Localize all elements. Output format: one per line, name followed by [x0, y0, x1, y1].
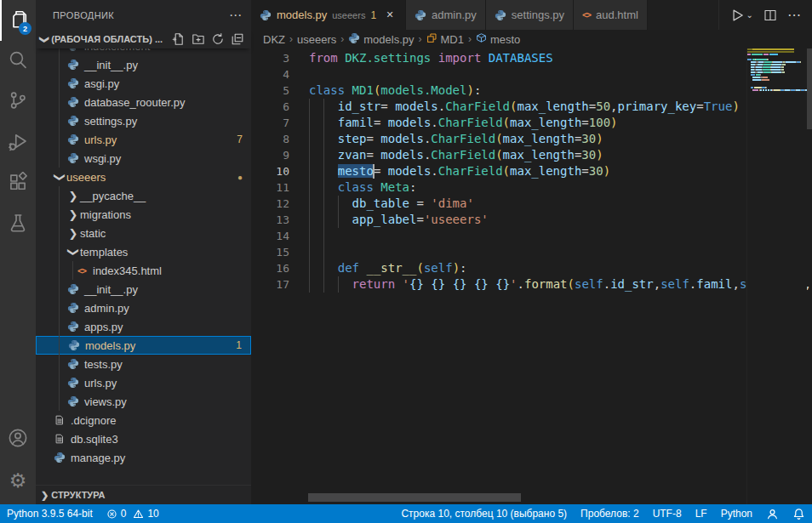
tab-aud.html[interactable]: <>aud.html — [574, 0, 648, 30]
status-cursor-position[interactable]: Строка 10, столбец 10 (выбрано 5) — [394, 504, 574, 523]
breadcrumb-item-useeers[interactable]: useeers — [297, 33, 336, 46]
activity-bar-item-explorer[interactable]: 2 — [0, 0, 36, 41]
horizontal-scrollbar[interactable] — [308, 493, 521, 502]
python-icon — [66, 77, 80, 90]
vertical-scrollbar[interactable] — [807, 48, 812, 129]
workspace-section-header[interactable]: ❯ (РАБОЧАЯ ОБЛАСТЬ) ... — [36, 30, 251, 48]
tree-folder-useeers[interactable]: ❯useeers● — [36, 168, 251, 186]
sidebar-title-row: ПРОВОДНИК ⋯ — [36, 0, 251, 30]
tree-indent-guide — [59, 48, 60, 168]
code-line: 14 — [251, 228, 747, 244]
breadcrumb-item-DKZ[interactable]: DKZ — [263, 33, 285, 46]
more-actions[interactable]: ⋯ — [787, 7, 802, 23]
breadcrumb-item-MD1[interactable]: MD1 — [426, 32, 464, 46]
tree-folder-__pycache__[interactable]: ❯__pycache__ — [36, 186, 251, 205]
tree-file-db.sqlite3[interactable]: db.sqlite3 — [36, 429, 251, 448]
html-icon: <> — [582, 10, 591, 20]
tree-item-label: settings.py — [84, 115, 137, 128]
tree-file-asgi.py[interactable]: asgi.py — [36, 74, 251, 93]
status-problems[interactable]: 010 — [100, 504, 166, 523]
activity-bar-item-settings[interactable]: ⚙ — [0, 460, 36, 501]
tree-folder-templates[interactable]: ❯templates — [36, 242, 251, 261]
line-number: 16 — [251, 260, 289, 276]
code-text: famil= models.CharField(max_length=100) — [309, 115, 618, 131]
code-line: 15 — [251, 244, 747, 260]
minimap[interactable] — [746, 48, 807, 504]
tree-file-__init__.py[interactable]: __init__.py — [36, 55, 251, 74]
code-editor[interactable]: 3from DKZ.settings import DATABASES45cla… — [251, 48, 812, 504]
status-notifications[interactable] — [786, 504, 812, 523]
indent-guide — [323, 228, 324, 244]
outline-section-header[interactable]: ❯ СТРУКТУРА — [36, 485, 251, 504]
line-number: 13 — [251, 212, 289, 228]
code-line: 13 app_label='useeers' — [251, 212, 747, 228]
error-count: 0 — [121, 508, 127, 520]
status-label: LF — [695, 508, 707, 520]
tree-file-wsgi.py[interactable]: wsgi.py — [36, 149, 251, 168]
views-more-actions-icon[interactable]: ⋯ — [229, 8, 243, 23]
tree-file-__init__.py[interactable]: __init__.py — [36, 280, 251, 298]
chevron-right-icon: › — [468, 33, 472, 45]
tree-file-urls.py[interactable]: urls.py7 — [36, 130, 251, 149]
python-icon — [260, 9, 272, 21]
run-python-file[interactable]: ⌄ — [729, 8, 753, 23]
status-python-interpreter[interactable]: Python 3.9.5 64-bit — [0, 504, 100, 523]
activity-bar-item-source-control[interactable] — [0, 82, 36, 122]
close-icon[interactable]: ✕ — [383, 9, 397, 22]
tree-item-label: templates — [80, 246, 128, 259]
git-modified-dot-icon: ● — [237, 173, 243, 182]
code-text: from DKZ.settings import DATABASES — [309, 50, 553, 66]
status-indentation[interactable]: Пробелов: 2 — [574, 504, 646, 523]
activity-bar-item-run-and-debug[interactable] — [0, 122, 36, 163]
tree-file-settings.py[interactable]: settings.py — [36, 111, 251, 130]
tree-file-indexelement[interactable]: indexelement — [36, 48, 251, 55]
breadcrumb-label: DKZ — [263, 33, 285, 46]
python-icon — [66, 48, 80, 53]
new-folder-icon[interactable] — [192, 32, 205, 46]
tree-file-manage.py[interactable]: manage.py — [36, 448, 251, 467]
tree-file-.dcignore[interactable]: .dcignore — [36, 411, 251, 429]
tab-models.py[interactable]: models.pyuseeers1✕ — [251, 0, 406, 30]
code-line: 3from DKZ.settings import DATABASES — [251, 50, 747, 66]
new-file-icon[interactable] — [172, 32, 186, 46]
chevron-right-icon: › — [419, 33, 422, 45]
problems-count-badge: 1 — [236, 339, 242, 351]
activity-bar-item-accounts[interactable] — [0, 419, 36, 460]
tree-file-models.py[interactable]: models.py1 — [36, 336, 251, 355]
tree-file-urls.py[interactable]: urls.py — [36, 373, 251, 392]
status-eol[interactable]: LF — [689, 504, 714, 523]
collapse-all-icon[interactable] — [231, 32, 244, 46]
status-bar: Python 3.9.5 64-bit010Строка 10, столбец… — [0, 504, 812, 523]
tab-problems-badge: 1 — [370, 9, 376, 21]
status-feedback[interactable] — [759, 504, 786, 523]
status-encoding[interactable]: UTF-8 — [646, 504, 689, 523]
tree-file-index345.html[interactable]: <>index345.html — [36, 261, 251, 280]
tree-file-views.py[interactable]: views.py — [36, 392, 251, 411]
split-editor[interactable] — [763, 9, 777, 22]
outline-section-label: СТРУКТУРА — [51, 490, 105, 500]
activity-bar-item-extensions[interactable] — [0, 163, 36, 204]
tree-file-admin.py[interactable]: admin.py — [36, 298, 251, 317]
activity-bar-item-search[interactable] — [0, 41, 36, 82]
breadcrumb-item-models.py[interactable]: models.py — [348, 32, 414, 47]
tab-admin.py[interactable]: admin.py — [406, 0, 486, 30]
code-text: class Meta: — [309, 179, 416, 196]
python-icon — [495, 9, 506, 21]
breadcrumb-item-mesto[interactable]: mesto — [476, 32, 520, 46]
status-language-mode[interactable]: Python — [714, 504, 759, 523]
tree-file-database_roouter.py[interactable]: database_roouter.py — [36, 93, 251, 111]
python-icon — [66, 114, 80, 128]
line-number: 9 — [251, 147, 289, 163]
tree-file-apps.py[interactable]: apps.py — [36, 317, 251, 336]
tree-item-label: admin.py — [84, 302, 129, 315]
tree-folder-static[interactable]: ❯static — [36, 224, 251, 242]
tab-description: useeers — [332, 10, 365, 20]
tab-label: admin.py — [432, 9, 477, 21]
line-number: 8 — [251, 131, 289, 147]
activity-bar: 2⚙ — [0, 0, 36, 504]
activity-bar-item-testing[interactable] — [0, 204, 36, 245]
tree-file-tests.py[interactable]: tests.py — [36, 355, 251, 373]
refresh-icon[interactable] — [211, 32, 225, 46]
tab-settings.py[interactable]: settings.py — [486, 0, 574, 30]
tree-folder-migrations[interactable]: ❯migrations — [36, 205, 251, 224]
